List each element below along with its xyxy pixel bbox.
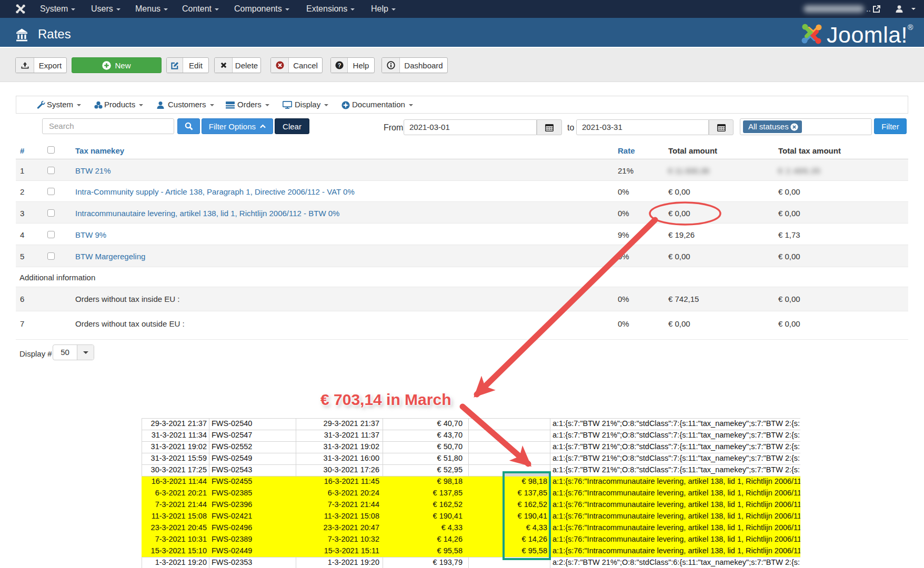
svg-text:?: ?	[337, 62, 341, 68]
